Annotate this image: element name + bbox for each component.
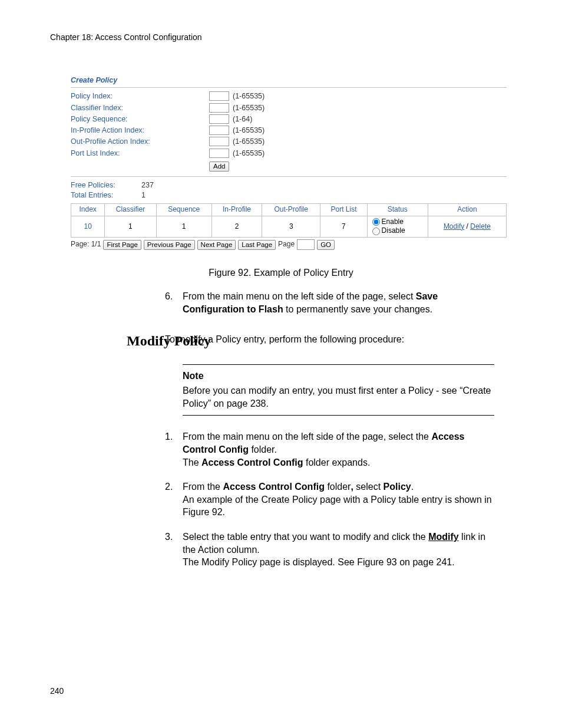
form-row: Classifier Index:(1-65535) bbox=[71, 103, 507, 113]
table-header-cell: In-Profile bbox=[211, 204, 262, 216]
modify-policy-intro: To modify a Policy entry, perform the fo… bbox=[165, 333, 512, 346]
field-input[interactable] bbox=[209, 91, 229, 101]
previous-page-button[interactable]: Previous Page bbox=[144, 240, 195, 250]
table-header-cell: Status bbox=[367, 204, 428, 216]
first-page-button[interactable]: First Page bbox=[103, 240, 141, 250]
field-range: (1-65535) bbox=[233, 126, 265, 135]
cell-port-list: 7 bbox=[320, 216, 367, 237]
next-page-button[interactable]: Next Page bbox=[197, 240, 236, 250]
field-input[interactable] bbox=[209, 126, 229, 135]
modify-underlined: Modify bbox=[428, 532, 459, 542]
divider bbox=[71, 176, 507, 177]
total-entries-value: 1 bbox=[141, 190, 146, 200]
field-label: Classifier Index: bbox=[71, 103, 209, 113]
step-text: From the main menu on the left side of t… bbox=[183, 430, 500, 469]
page-number: 240 bbox=[50, 686, 64, 696]
field-range: (1-65535) bbox=[233, 91, 265, 101]
field-range: (1-65535) bbox=[233, 103, 265, 113]
step-text: From the Access Control Config folder, s… bbox=[183, 480, 500, 519]
step-number: 6. bbox=[165, 290, 183, 315]
policy-table: IndexClassifierSequenceIn-ProfileOut-Pro… bbox=[71, 203, 507, 238]
form-row: Out-Profile Action Index:(1-65535) bbox=[71, 137, 507, 146]
add-button[interactable]: Add bbox=[209, 162, 229, 172]
pager: Page: 1/1 First Page Previous Page Next … bbox=[71, 239, 507, 250]
go-button[interactable]: GO bbox=[317, 240, 335, 250]
free-policies-label: Free Policies: bbox=[71, 180, 141, 190]
field-input[interactable] bbox=[209, 137, 229, 146]
form-row: Port List Index:(1-65535) bbox=[71, 149, 507, 158]
step-number: 1. bbox=[165, 430, 183, 469]
table-header-cell: Sequence bbox=[156, 204, 211, 216]
field-input[interactable] bbox=[209, 103, 229, 113]
figure-caption: Figure 92. Example of Policy Entry bbox=[50, 268, 512, 278]
note-block: Note Before you can modify an entry, you… bbox=[183, 364, 494, 416]
page-input[interactable] bbox=[297, 239, 315, 250]
create-policy-screenshot: Create Policy Policy Index:(1-65535)Clas… bbox=[71, 74, 507, 250]
table-header-row: IndexClassifierSequenceIn-ProfileOut-Pro… bbox=[71, 204, 507, 216]
cell-sequence: 1 bbox=[156, 216, 211, 237]
form-row: Policy Index:(1-65535) bbox=[71, 91, 507, 101]
table-header-cell: Classifier bbox=[105, 204, 156, 216]
cell-out-profile: 3 bbox=[262, 216, 320, 237]
field-input[interactable] bbox=[209, 114, 229, 124]
cell-status: Enable Disable bbox=[367, 216, 428, 237]
page-indicator: Page: 1/1 bbox=[71, 240, 101, 249]
table-header-cell: Action bbox=[428, 204, 506, 216]
cell-in-profile: 2 bbox=[211, 216, 262, 237]
step-text: From the main menu on the left side of t… bbox=[183, 290, 500, 315]
step-number: 3. bbox=[165, 531, 183, 569]
index-link[interactable]: 10 bbox=[84, 222, 91, 230]
modify-link[interactable]: Modify bbox=[444, 222, 464, 230]
field-input[interactable] bbox=[209, 149, 229, 158]
panel-title: Create Policy bbox=[71, 74, 507, 88]
table-row: 10 1 1 2 3 7 Enable Disable Modify / Del… bbox=[71, 216, 507, 237]
table-header-cell: Out-Profile bbox=[262, 204, 320, 216]
status-disable-radio[interactable] bbox=[372, 228, 380, 235]
field-label: Port List Index: bbox=[71, 149, 209, 158]
table-header-cell: Port List bbox=[320, 204, 367, 216]
field-label: In-Profile Action Index: bbox=[71, 126, 209, 135]
form-row: Policy Sequence:(1-64) bbox=[71, 114, 507, 124]
form-row: In-Profile Action Index:(1-65535) bbox=[71, 126, 507, 135]
note-title: Note bbox=[183, 370, 494, 383]
field-label: Policy Index: bbox=[71, 91, 209, 101]
field-range: (1-65535) bbox=[233, 149, 265, 158]
create-policy-form: Policy Index:(1-65535)Classifier Index:(… bbox=[71, 91, 507, 158]
step-text: Select the table entry that you want to … bbox=[183, 531, 500, 569]
page-word: Page bbox=[278, 240, 295, 249]
last-page-button[interactable]: Last Page bbox=[238, 240, 276, 250]
field-label: Out-Profile Action Index: bbox=[71, 137, 209, 146]
status-enable-radio[interactable] bbox=[372, 218, 380, 226]
note-body: Before you can modify an entry, you must… bbox=[183, 384, 494, 411]
cell-classifier: 1 bbox=[105, 216, 156, 237]
field-range: (1-65535) bbox=[233, 137, 265, 146]
free-policies-value: 237 bbox=[141, 180, 154, 190]
total-entries-label: Total Entries: bbox=[71, 190, 141, 200]
delete-link[interactable]: Delete bbox=[470, 222, 491, 230]
chapter-header: Chapter 18: Access Control Configuration bbox=[50, 32, 512, 42]
step-number: 2. bbox=[165, 480, 183, 519]
field-label: Policy Sequence: bbox=[71, 114, 209, 124]
cell-action: Modify / Delete bbox=[428, 216, 506, 237]
field-range: (1-64) bbox=[233, 114, 252, 124]
table-header-cell: Index bbox=[71, 204, 105, 216]
